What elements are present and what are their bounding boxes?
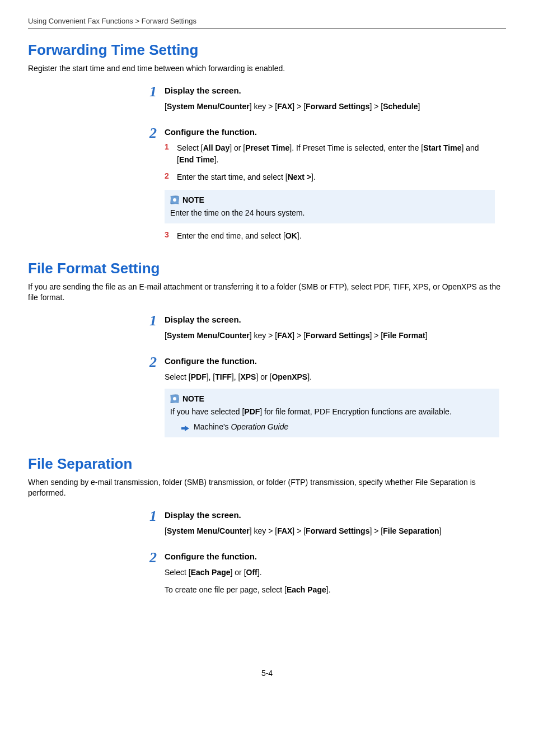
svg-point-3 xyxy=(173,397,176,400)
substep-text: Select [All Day] or [Preset Time]. If Pr… xyxy=(177,142,495,166)
page-number: 5-4 xyxy=(28,669,506,678)
substep-text: Enter the start time, and select [Next >… xyxy=(177,171,495,183)
reference-row: Machine's Operation Guide xyxy=(181,421,494,433)
substep-1: 1 Select [All Day] or [Preset Time]. If … xyxy=(165,142,495,166)
step-number-icon: 2 xyxy=(134,550,165,565)
substep-number: 2 xyxy=(165,171,177,183)
heading-file-format: File Format Setting xyxy=(28,260,506,277)
note-box: NOTE Enter the time on the 24 hours syst… xyxy=(165,190,495,223)
substep-number: 3 xyxy=(165,230,177,242)
header-divider xyxy=(28,29,506,29)
reference-text: Machine's Operation Guide xyxy=(194,421,288,433)
note-label: NOTE xyxy=(182,393,204,405)
step-title: Display the screen. xyxy=(165,86,495,95)
step-text: Select [PDF], [TIFF], [XPS] or [OpenXPS]… xyxy=(165,371,495,383)
step-title: Configure the function. xyxy=(165,552,495,561)
substep-3: 3 Enter the end time, and select [OK]. xyxy=(165,230,495,242)
step-text: Select [Each Page] or [Off]. xyxy=(165,567,495,578)
step-2-configure: 2 Configure the function. Select [Each P… xyxy=(134,550,495,601)
intro-forwarding-time: Register the start time and end time bet… xyxy=(28,63,506,74)
heading-forwarding-time: Forwarding Time Setting xyxy=(28,41,506,59)
substep-number: 1 xyxy=(165,142,177,166)
intro-file-separation: When sending by e-mail transmission, fol… xyxy=(28,477,506,499)
note-box: NOTE If you have selected [PDF] for file… xyxy=(165,389,499,437)
step-1-display-screen: 1 Display the screen. [System Menu/Count… xyxy=(134,85,495,118)
step-1-display-screen: 1 Display the screen. [System Menu/Count… xyxy=(134,509,495,543)
note-label: NOTE xyxy=(182,194,204,206)
step-number-icon: 1 xyxy=(134,314,165,328)
note-icon xyxy=(170,195,179,204)
step-number-icon: 1 xyxy=(134,509,165,524)
substep-text: Enter the end time, and select [OK]. xyxy=(177,230,495,242)
svg-marker-4 xyxy=(181,426,189,431)
breadcrumb: Using Convenient Fax Functions > Forward… xyxy=(28,17,506,25)
note-body: Enter the time on the 24 hours system. xyxy=(170,207,489,219)
step-title: Configure the function. xyxy=(165,127,495,137)
substep-2: 2 Enter the start time, and select [Next… xyxy=(165,171,495,183)
step-title: Configure the function. xyxy=(165,356,495,366)
heading-file-separation: File Separation xyxy=(28,455,506,473)
step-number-icon: 2 xyxy=(134,355,165,370)
menu-path: [System Menu/Counter] key > [FAX] > [For… xyxy=(165,525,495,537)
step-number-icon: 1 xyxy=(134,85,165,99)
note-body: If you have selected [PDF] for file form… xyxy=(170,406,494,418)
intro-file-format: If you are sending the file as an E-mail… xyxy=(28,282,506,304)
step-2-configure: 2 Configure the function. 1 Select [All … xyxy=(134,126,495,249)
step-1-display-screen: 1 Display the screen. [System Menu/Count… xyxy=(134,314,495,347)
arrow-icon xyxy=(181,423,189,430)
step-title: Display the screen. xyxy=(165,315,495,324)
svg-point-1 xyxy=(173,198,176,202)
menu-path: [System Menu/Counter] key > [FAX] > [For… xyxy=(165,101,495,113)
step-2-configure: 2 Configure the function. Select [PDF], … xyxy=(134,355,495,444)
step-number-icon: 2 xyxy=(134,126,165,141)
step-text: To create one file per page, select [Eac… xyxy=(165,584,495,596)
step-title: Display the screen. xyxy=(165,510,495,520)
menu-path: [System Menu/Counter] key > [FAX] > [For… xyxy=(165,330,495,342)
note-icon xyxy=(170,394,179,403)
